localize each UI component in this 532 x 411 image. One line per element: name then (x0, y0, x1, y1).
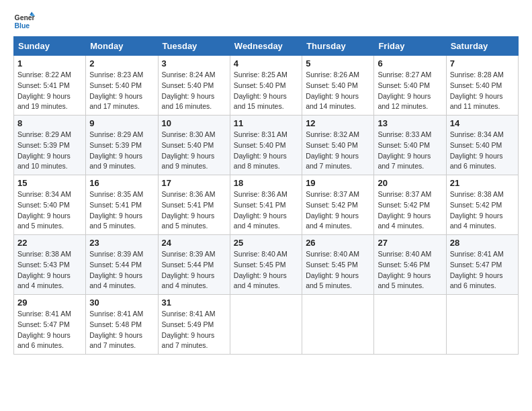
day-info: Sunrise: 8:23 AMSunset: 5:40 PMDaylight:… (89, 70, 154, 112)
day-info: Sunrise: 8:38 AMSunset: 5:43 PMDaylight:… (17, 249, 82, 291)
day-number: 27 (378, 238, 442, 248)
day-number: 11 (234, 118, 298, 128)
day-cell: 29Sunrise: 8:41 AMSunset: 5:47 PMDayligh… (14, 295, 86, 355)
day-cell: 7Sunrise: 8:28 AMSunset: 5:40 PMDaylight… (446, 56, 518, 116)
day-info: Sunrise: 8:34 AMSunset: 5:40 PMDaylight:… (17, 189, 82, 232)
day-info: Sunrise: 8:40 AMSunset: 5:46 PMDaylight:… (378, 249, 442, 291)
column-header-wednesday: Wednesday (230, 37, 302, 56)
day-number: 1 (17, 58, 82, 68)
day-info: Sunrise: 8:40 AMSunset: 5:45 PMDaylight:… (234, 249, 298, 291)
day-cell: 28Sunrise: 8:41 AMSunset: 5:47 PMDayligh… (446, 235, 518, 295)
day-cell: 11Sunrise: 8:31 AMSunset: 5:40 PMDayligh… (230, 116, 302, 175)
day-number: 25 (234, 238, 298, 248)
day-cell (374, 295, 446, 355)
day-number: 5 (306, 58, 370, 68)
day-info: Sunrise: 8:37 AMSunset: 5:42 PMDaylight:… (378, 189, 442, 232)
day-info: Sunrise: 8:39 AMSunset: 5:44 PMDaylight:… (89, 249, 154, 291)
logo-icon: General Blue (13, 11, 35, 32)
day-cell: 25Sunrise: 8:40 AMSunset: 5:45 PMDayligh… (230, 235, 302, 295)
day-cell: 31Sunrise: 8:41 AMSunset: 5:49 PMDayligh… (158, 295, 230, 355)
column-header-monday: Monday (86, 37, 158, 56)
column-header-thursday: Thursday (302, 37, 374, 56)
day-cell: 8Sunrise: 8:29 AMSunset: 5:39 PMDaylight… (14, 116, 86, 175)
day-number: 23 (89, 238, 154, 248)
day-info: Sunrise: 8:32 AMSunset: 5:40 PMDaylight:… (306, 130, 370, 172)
day-info: Sunrise: 8:28 AMSunset: 5:40 PMDaylight:… (450, 70, 515, 112)
day-number: 17 (162, 178, 226, 188)
svg-text:Blue: Blue (15, 22, 30, 30)
week-row-5: 29Sunrise: 8:41 AMSunset: 5:47 PMDayligh… (14, 295, 519, 355)
week-row-4: 22Sunrise: 8:38 AMSunset: 5:43 PMDayligh… (14, 235, 519, 295)
day-info: Sunrise: 8:41 AMSunset: 5:47 PMDaylight:… (450, 249, 515, 291)
day-info: Sunrise: 8:39 AMSunset: 5:44 PMDaylight:… (162, 249, 226, 291)
day-cell: 2Sunrise: 8:23 AMSunset: 5:40 PMDaylight… (86, 56, 158, 116)
header-row: SundayMondayTuesdayWednesdayThursdayFrid… (14, 37, 519, 56)
day-number: 18 (234, 178, 298, 188)
day-number: 12 (306, 118, 370, 128)
day-number: 31 (162, 298, 226, 308)
day-info: Sunrise: 8:24 AMSunset: 5:40 PMDaylight:… (162, 70, 226, 112)
day-cell: 22Sunrise: 8:38 AMSunset: 5:43 PMDayligh… (14, 235, 86, 295)
day-info: Sunrise: 8:36 AMSunset: 5:41 PMDaylight:… (234, 189, 298, 232)
day-cell: 20Sunrise: 8:37 AMSunset: 5:42 PMDayligh… (374, 175, 446, 235)
day-number: 13 (378, 118, 442, 128)
day-info: Sunrise: 8:31 AMSunset: 5:40 PMDaylight:… (234, 130, 298, 172)
day-number: 6 (378, 58, 442, 68)
logo: General Blue (13, 11, 35, 32)
day-number: 30 (89, 298, 154, 308)
day-info: Sunrise: 8:40 AMSunset: 5:45 PMDaylight:… (306, 249, 370, 291)
day-cell: 13Sunrise: 8:33 AMSunset: 5:40 PMDayligh… (374, 116, 446, 175)
day-cell: 10Sunrise: 8:30 AMSunset: 5:40 PMDayligh… (158, 116, 230, 175)
day-info: Sunrise: 8:34 AMSunset: 5:40 PMDaylight:… (450, 130, 515, 172)
day-number: 14 (450, 118, 515, 128)
day-cell (230, 295, 302, 355)
day-number: 15 (17, 178, 82, 188)
day-cell: 23Sunrise: 8:39 AMSunset: 5:44 PMDayligh… (86, 235, 158, 295)
day-info: Sunrise: 8:27 AMSunset: 5:40 PMDaylight:… (378, 70, 442, 112)
day-number: 28 (450, 238, 515, 248)
week-row-3: 15Sunrise: 8:34 AMSunset: 5:40 PMDayligh… (14, 175, 519, 235)
page-header: General Blue (13, 11, 519, 32)
day-info: Sunrise: 8:41 AMSunset: 5:48 PMDaylight:… (89, 309, 154, 351)
day-number: 29 (17, 298, 82, 308)
day-info: Sunrise: 8:22 AMSunset: 5:41 PMDaylight:… (17, 70, 82, 112)
day-number: 19 (306, 178, 370, 188)
day-number: 22 (17, 238, 82, 248)
column-header-sunday: Sunday (14, 37, 86, 56)
day-cell: 24Sunrise: 8:39 AMSunset: 5:44 PMDayligh… (158, 235, 230, 295)
column-header-friday: Friday (374, 37, 446, 56)
column-header-tuesday: Tuesday (158, 37, 230, 56)
day-info: Sunrise: 8:36 AMSunset: 5:41 PMDaylight:… (162, 189, 226, 232)
day-number: 8 (17, 118, 82, 128)
column-header-saturday: Saturday (446, 37, 518, 56)
day-info: Sunrise: 8:41 AMSunset: 5:47 PMDaylight:… (17, 309, 82, 351)
day-cell: 27Sunrise: 8:40 AMSunset: 5:46 PMDayligh… (374, 235, 446, 295)
day-cell: 21Sunrise: 8:38 AMSunset: 5:42 PMDayligh… (446, 175, 518, 235)
day-cell: 18Sunrise: 8:36 AMSunset: 5:41 PMDayligh… (230, 175, 302, 235)
day-cell: 1Sunrise: 8:22 AMSunset: 5:41 PMDaylight… (14, 56, 86, 116)
day-info: Sunrise: 8:37 AMSunset: 5:42 PMDaylight:… (306, 189, 370, 232)
day-cell: 19Sunrise: 8:37 AMSunset: 5:42 PMDayligh… (302, 175, 374, 235)
day-cell: 12Sunrise: 8:32 AMSunset: 5:40 PMDayligh… (302, 116, 374, 175)
week-row-1: 1Sunrise: 8:22 AMSunset: 5:41 PMDaylight… (14, 56, 519, 116)
day-cell: 14Sunrise: 8:34 AMSunset: 5:40 PMDayligh… (446, 116, 518, 175)
calendar-table: SundayMondayTuesdayWednesdayThursdayFrid… (13, 36, 519, 355)
day-cell (446, 295, 518, 355)
day-info: Sunrise: 8:38 AMSunset: 5:42 PMDaylight:… (450, 189, 515, 232)
day-cell: 17Sunrise: 8:36 AMSunset: 5:41 PMDayligh… (158, 175, 230, 235)
day-number: 21 (450, 178, 515, 188)
day-cell: 5Sunrise: 8:26 AMSunset: 5:40 PMDaylight… (302, 56, 374, 116)
day-cell: 3Sunrise: 8:24 AMSunset: 5:40 PMDaylight… (158, 56, 230, 116)
day-info: Sunrise: 8:25 AMSunset: 5:40 PMDaylight:… (234, 70, 298, 112)
day-number: 16 (89, 178, 154, 188)
day-info: Sunrise: 8:26 AMSunset: 5:40 PMDaylight:… (306, 70, 370, 112)
day-cell: 30Sunrise: 8:41 AMSunset: 5:48 PMDayligh… (86, 295, 158, 355)
day-number: 2 (89, 58, 154, 68)
day-info: Sunrise: 8:41 AMSunset: 5:49 PMDaylight:… (162, 309, 226, 351)
day-number: 3 (162, 58, 226, 68)
day-number: 4 (234, 58, 298, 68)
day-info: Sunrise: 8:29 AMSunset: 5:39 PMDaylight:… (17, 130, 82, 172)
day-number: 26 (306, 238, 370, 248)
day-cell (302, 295, 374, 355)
day-info: Sunrise: 8:35 AMSunset: 5:41 PMDaylight:… (89, 189, 154, 232)
